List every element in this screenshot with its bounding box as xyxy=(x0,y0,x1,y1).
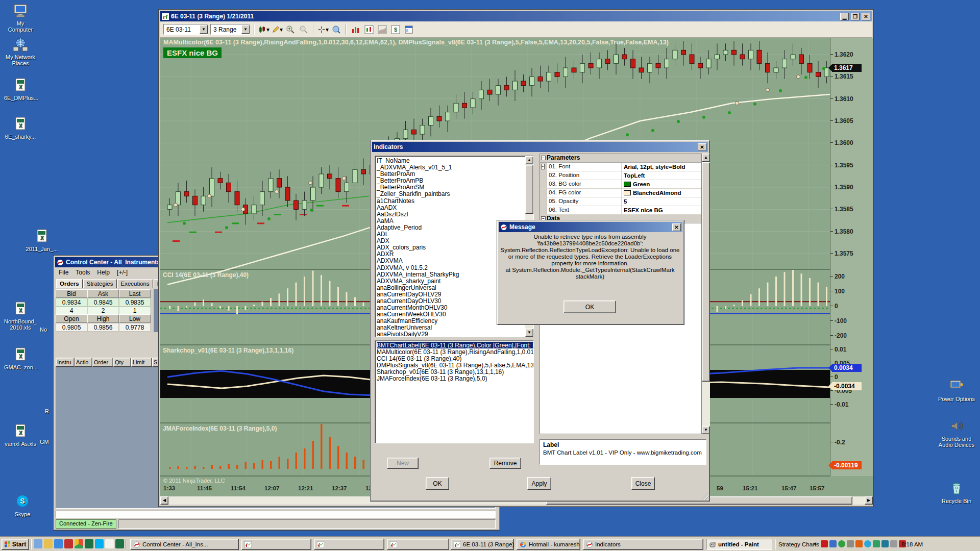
ie-icon[interactable] xyxy=(54,539,63,548)
desktop-icon-northbound[interactable]: X NorthBound_ 2010.xls xyxy=(4,301,37,331)
desktop-icon-gmac[interactable]: X GMAC_zon... xyxy=(4,347,37,370)
taskbar-task-control-center-all-ins[interactable]: Control Center - All_Ins... xyxy=(130,539,239,550)
indicator-list-item[interactable]: AaDszlDszl xyxy=(377,211,533,217)
indicator-list-item[interactable]: _BetterProAmPB xyxy=(377,177,533,184)
desktop-icon-6e-sharky[interactable]: X 6E_sharky... xyxy=(4,116,37,140)
tools-icon[interactable] xyxy=(64,539,73,548)
excel-icon[interactable] xyxy=(85,539,93,548)
account-button[interactable]: $ xyxy=(390,24,401,35)
menu-file[interactable]: File xyxy=(55,268,72,277)
taskbar-task-chart-3[interactable] xyxy=(387,539,449,550)
scroll-up-button[interactable]: ▲ xyxy=(702,154,710,162)
orders-hscrollbar[interactable] xyxy=(56,511,496,518)
close-button[interactable]: ✕ xyxy=(862,13,870,20)
scroll-left-button[interactable]: ◀ xyxy=(160,496,168,505)
parameters-group-header[interactable]: −Parameters xyxy=(540,154,701,163)
cursor-crosshair-button[interactable]: ▾ xyxy=(317,24,329,35)
data-box-button[interactable] xyxy=(331,24,342,35)
taskbar-task-chart-2[interactable] xyxy=(314,539,384,550)
strategy-charts-toolbar[interactable]: Strategy Charts xyxy=(778,541,819,547)
expand-icon[interactable]: + xyxy=(541,164,545,169)
zoom-out-button[interactable] xyxy=(298,24,309,35)
alert-x-icon[interactable] xyxy=(855,540,863,547)
properties-button[interactable] xyxy=(403,24,414,35)
indicator-list-item[interactable]: IT_NoName xyxy=(377,157,533,164)
taskbar-task-hotmail-kumaresh11[interactable]: Hotmail - kumaresh11@... xyxy=(517,539,580,550)
ok-button[interactable]: OK xyxy=(564,300,616,313)
tab-strategies[interactable]: Strategies xyxy=(83,279,117,288)
desktop-icon-vamxfas[interactable]: X vamxFAs.xls xyxy=(4,423,37,447)
configured-indicator-item[interactable]: Sharkchop_v01(6E 03-11 (3 Range),13,1,1,… xyxy=(377,368,533,375)
remove-button[interactable]: Remove xyxy=(489,458,521,469)
minimize-button[interactable]: ▁ xyxy=(840,13,849,20)
update-ok-icon[interactable] xyxy=(838,540,845,547)
price-axis[interactable]: 1.36201.36151.36101.36051.36001.35951.35… xyxy=(830,38,873,476)
instrument-combo[interactable]: 6E 03-11▼ xyxy=(163,24,208,35)
scroll-down-button[interactable]: ▼ xyxy=(702,426,710,434)
configured-indicator-item[interactable]: BMTChartLabel(6E 03-11 (3 Range),Color [… xyxy=(377,342,533,348)
col-order[interactable]: Order xyxy=(92,358,113,367)
taskbar-task-indicators[interactable]: Indicators xyxy=(583,539,703,550)
configured-indicators-list[interactable]: BMTChartLabel(6E 03-11 (3 Range),Color [… xyxy=(375,340,534,443)
scroll-thumb[interactable] xyxy=(702,162,710,382)
volume-icon[interactable] xyxy=(847,540,854,547)
chevron-down-icon[interactable]: ▼ xyxy=(241,25,250,34)
property-row-bg-color[interactable]: 03. BG color Green xyxy=(540,180,701,189)
indicator-list-item[interactable]: _ADXVMA_Alerts_v01_5_1 xyxy=(377,164,533,170)
scroll-thumb[interactable] xyxy=(525,165,533,214)
close-icon[interactable]: ✕ xyxy=(672,223,681,231)
property-value[interactable]: Arial, 12pt, style=Bold xyxy=(622,163,701,171)
vpn-icon[interactable] xyxy=(873,540,880,547)
notepad-icon[interactable] xyxy=(105,539,114,548)
indicator-list-item[interactable]: anaPivotsDailyV29 xyxy=(377,331,533,337)
menu-tools[interactable]: Tools xyxy=(72,268,93,277)
start-button[interactable]: Start xyxy=(2,539,29,550)
indicators-button[interactable] xyxy=(377,24,388,35)
period-combo[interactable]: 3 Range▼ xyxy=(210,24,250,35)
col-instrument[interactable]: Instru xyxy=(56,358,75,367)
indicator-list-item[interactable]: _BetterProAm xyxy=(377,170,533,177)
chart-style-button[interactable]: ▾ xyxy=(258,24,270,35)
indicators-dialog-titlebar[interactable]: Indicators ✕ xyxy=(372,142,708,152)
zoom-in-button[interactable] xyxy=(285,24,296,35)
skype-icon[interactable] xyxy=(95,539,104,548)
desktop-icon-skype[interactable]: S Skype xyxy=(6,494,39,517)
col-action[interactable]: Actio xyxy=(75,358,92,367)
desktop-icon-power-options[interactable]: Power Options xyxy=(935,379,978,402)
chart-trader-button[interactable] xyxy=(363,24,375,35)
apply-button[interactable]: Apply xyxy=(527,477,551,490)
taskbar-task-chart-1[interactable] xyxy=(241,539,311,550)
col-limit[interactable]: Limit xyxy=(131,358,152,367)
taskbar-task-untitled-paint[interactable]: untitled - Paint xyxy=(706,539,772,550)
restore-button[interactable]: ❐ xyxy=(851,13,860,20)
close-icon[interactable]: ✕ xyxy=(698,143,706,151)
plugin-icon[interactable] xyxy=(829,540,837,547)
configured-indicator-item[interactable]: CCI 14(6E 03-11 (3 Range),40) xyxy=(377,355,533,362)
window-icon[interactable] xyxy=(34,539,42,548)
indicator-list-item[interactable]: _Zeller_Sharkfin_paintbars xyxy=(377,190,533,197)
antivirus-icon[interactable] xyxy=(881,540,889,547)
property-value[interactable]: ESFX nice BG xyxy=(622,206,701,214)
taskbar-task-6e-03-11-3-range-1[interactable]: 6E 03-11 (3 Range) 1/... xyxy=(451,539,514,550)
message-dialog-titlebar[interactable]: Message ✕ xyxy=(499,222,682,232)
property-value[interactable]: 5 xyxy=(622,197,701,206)
property-row-font[interactable]: + 01. Font Arial, 12pt, style=Bold xyxy=(540,163,701,171)
property-row-text[interactable]: 06. Text ESFX nice BG xyxy=(540,206,701,215)
chevron-down-icon[interactable]: ▼ xyxy=(200,25,208,34)
desktop-icon-sounds-audio[interactable]: Sounds and Audio Devices xyxy=(935,418,978,448)
desktop-icon-recycle-bin[interactable]: Recycle Bin xyxy=(935,481,978,504)
indicator-list-item[interactable]: _BetterProAmSM xyxy=(377,184,533,190)
property-row-position[interactable]: 02. Position TopLeft xyxy=(540,171,701,180)
indicator-list-item[interactable]: AaADX xyxy=(377,204,533,211)
indicator-list-item[interactable]: anaKeltnerUniversal xyxy=(377,324,533,331)
desktop-icon-2011-jan[interactable]: X 2011_Jan_... xyxy=(26,229,58,252)
scroll-down-button[interactable]: ▼ xyxy=(525,329,533,337)
excel-icon[interactable] xyxy=(115,539,124,548)
menu-help[interactable]: Help xyxy=(93,268,113,277)
menu-plus-minus[interactable]: [+/-] xyxy=(113,268,131,277)
folder-icon[interactable] xyxy=(44,539,53,548)
network-offline-icon[interactable] xyxy=(890,540,897,547)
chart-titlebar[interactable]: 6E 03-11 (3 Range) 1/21/2011 ▁ ❐ ✕ xyxy=(160,11,872,21)
scroll-right-button[interactable]: ▶ xyxy=(865,496,873,505)
tab-executions[interactable]: Executions xyxy=(117,279,153,288)
